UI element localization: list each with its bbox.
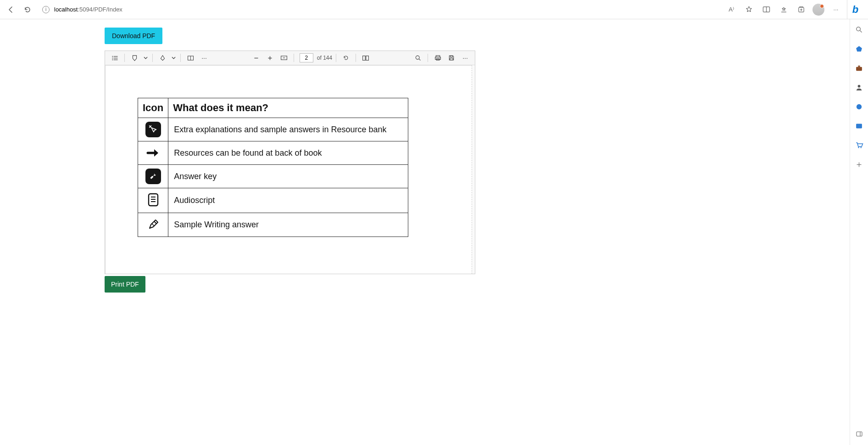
- reload-button[interactable]: [21, 3, 34, 16]
- browser-toolbar: i localhost:5094/PDF/Index A⁾ ··· b: [0, 0, 868, 19]
- more-options-icon[interactable]: ···: [829, 3, 843, 17]
- favorites-bar-icon[interactable]: [776, 3, 791, 17]
- split-screen-icon[interactable]: [759, 3, 773, 17]
- collections-icon[interactable]: [794, 3, 808, 17]
- star-favorite-icon[interactable]: [741, 3, 756, 17]
- read-aloud-icon[interactable]: A⁾: [724, 3, 739, 17]
- back-button[interactable]: [5, 3, 17, 16]
- site-info-icon[interactable]: i: [42, 6, 50, 13]
- bing-sidebar-button[interactable]: b: [847, 0, 863, 19]
- profile-avatar[interactable]: [811, 3, 826, 17]
- chrome-actions: A⁾ ···: [724, 3, 843, 17]
- url-text: localhost:5094/PDF/Index: [54, 6, 122, 13]
- address-bar[interactable]: i localhost:5094/PDF/Index: [38, 3, 720, 17]
